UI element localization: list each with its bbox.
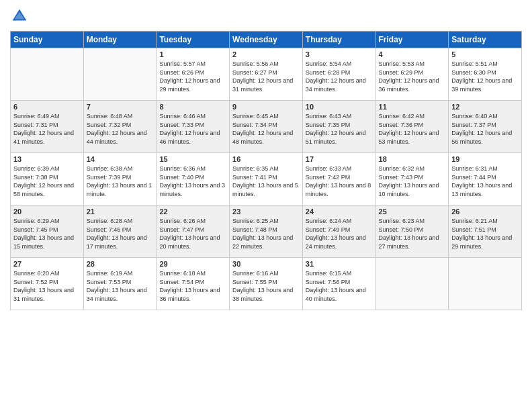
calendar-cell: 30Sunrise: 6:16 AM Sunset: 7:55 PM Dayli… bbox=[230, 258, 303, 310]
day-info: Sunrise: 6:31 AM Sunset: 7:44 PM Dayligh… bbox=[451, 165, 519, 198]
calendar-cell: 6Sunrise: 6:49 AM Sunset: 7:31 PM Daylig… bbox=[11, 101, 84, 153]
day-info: Sunrise: 6:38 AM Sunset: 7:39 PM Dayligh… bbox=[87, 165, 154, 198]
day-number: 1 bbox=[159, 50, 226, 58]
calendar-cell: 18Sunrise: 6:32 AM Sunset: 7:43 PM Dayli… bbox=[375, 153, 449, 205]
day-info: Sunrise: 6:48 AM Sunset: 7:32 PM Dayligh… bbox=[87, 112, 154, 146]
day-info: Sunrise: 5:54 AM Sunset: 6:28 PM Dayligh… bbox=[306, 60, 373, 93]
calendar-cell: 21Sunrise: 6:28 AM Sunset: 7:46 PM Dayli… bbox=[83, 205, 157, 258]
day-number: 12 bbox=[451, 103, 519, 111]
day-number: 22 bbox=[159, 208, 226, 216]
day-number: 24 bbox=[306, 208, 373, 216]
calendar-cell: 31Sunrise: 6:15 AM Sunset: 7:56 PM Dayli… bbox=[302, 258, 375, 310]
day-number: 7 bbox=[87, 103, 154, 111]
calendar-cell: 2Sunrise: 5:56 AM Sunset: 6:27 PM Daylig… bbox=[230, 48, 303, 101]
calendar-cell: 4Sunrise: 5:53 AM Sunset: 6:29 PM Daylig… bbox=[375, 48, 449, 101]
day-info: Sunrise: 6:42 AM Sunset: 7:36 PM Dayligh… bbox=[379, 112, 446, 146]
calendar-cell: 20Sunrise: 6:29 AM Sunset: 7:45 PM Dayli… bbox=[11, 205, 84, 258]
calendar-week-row: 1Sunrise: 5:57 AM Sunset: 6:26 PM Daylig… bbox=[11, 48, 522, 101]
day-info: Sunrise: 6:46 AM Sunset: 7:33 PM Dayligh… bbox=[159, 112, 226, 146]
calendar-cell: 29Sunrise: 6:18 AM Sunset: 7:54 PM Dayli… bbox=[157, 258, 230, 310]
day-number: 6 bbox=[13, 103, 81, 111]
day-info: Sunrise: 6:28 AM Sunset: 7:46 PM Dayligh… bbox=[87, 217, 154, 250]
day-number: 14 bbox=[87, 155, 154, 163]
calendar-cell: 13Sunrise: 6:39 AM Sunset: 7:38 PM Dayli… bbox=[11, 153, 84, 205]
calendar-cell: 7Sunrise: 6:48 AM Sunset: 7:32 PM Daylig… bbox=[83, 101, 157, 153]
day-number: 10 bbox=[306, 103, 373, 111]
calendar-cell: 26Sunrise: 6:21 AM Sunset: 7:51 PM Dayli… bbox=[449, 205, 522, 258]
weekday-header: Thursday bbox=[302, 32, 375, 48]
day-info: Sunrise: 6:24 AM Sunset: 7:49 PM Dayligh… bbox=[306, 217, 373, 250]
day-info: Sunrise: 6:20 AM Sunset: 7:52 PM Dayligh… bbox=[13, 269, 81, 303]
day-number: 17 bbox=[306, 155, 373, 163]
day-info: Sunrise: 6:35 AM Sunset: 7:41 PM Dayligh… bbox=[232, 165, 300, 198]
day-number: 5 bbox=[451, 50, 519, 58]
day-number: 26 bbox=[451, 208, 519, 216]
header bbox=[10, 7, 522, 26]
day-number: 25 bbox=[379, 208, 446, 216]
calendar-cell: 5Sunrise: 5:51 AM Sunset: 6:30 PM Daylig… bbox=[449, 48, 522, 101]
day-number: 23 bbox=[232, 208, 300, 216]
calendar-cell: 23Sunrise: 6:25 AM Sunset: 7:48 PM Dayli… bbox=[230, 205, 303, 258]
page: SundayMondayTuesdayWednesdayThursdayFrid… bbox=[0, 0, 532, 411]
calendar-cell: 1Sunrise: 5:57 AM Sunset: 6:26 PM Daylig… bbox=[157, 48, 230, 101]
day-number: 15 bbox=[159, 155, 226, 163]
calendar-cell: 17Sunrise: 6:33 AM Sunset: 7:42 PM Dayli… bbox=[302, 153, 375, 205]
day-info: Sunrise: 6:33 AM Sunset: 7:42 PM Dayligh… bbox=[306, 165, 373, 198]
calendar-cell: 10Sunrise: 6:43 AM Sunset: 7:35 PM Dayli… bbox=[302, 101, 375, 153]
day-number: 13 bbox=[13, 155, 81, 163]
day-info: Sunrise: 6:19 AM Sunset: 7:53 PM Dayligh… bbox=[87, 269, 154, 303]
day-info: Sunrise: 6:40 AM Sunset: 7:37 PM Dayligh… bbox=[451, 112, 519, 146]
day-number: 28 bbox=[87, 260, 154, 268]
day-number: 8 bbox=[159, 103, 226, 111]
weekday-header: Wednesday bbox=[230, 32, 303, 48]
calendar-cell bbox=[83, 48, 157, 101]
calendar-cell: 15Sunrise: 6:36 AM Sunset: 7:40 PM Dayli… bbox=[157, 153, 230, 205]
logo bbox=[10, 7, 32, 26]
calendar-cell bbox=[449, 258, 522, 310]
calendar-cell: 3Sunrise: 5:54 AM Sunset: 6:28 PM Daylig… bbox=[302, 48, 375, 101]
day-info: Sunrise: 6:26 AM Sunset: 7:47 PM Dayligh… bbox=[159, 217, 226, 250]
day-info: Sunrise: 6:25 AM Sunset: 7:48 PM Dayligh… bbox=[232, 217, 300, 250]
day-info: Sunrise: 5:57 AM Sunset: 6:26 PM Dayligh… bbox=[159, 60, 226, 93]
day-info: Sunrise: 6:21 AM Sunset: 7:51 PM Dayligh… bbox=[451, 217, 519, 250]
day-number: 4 bbox=[379, 50, 446, 58]
day-number: 18 bbox=[379, 155, 446, 163]
calendar-week-row: 20Sunrise: 6:29 AM Sunset: 7:45 PM Dayli… bbox=[11, 205, 522, 258]
day-info: Sunrise: 6:15 AM Sunset: 7:56 PM Dayligh… bbox=[306, 269, 373, 303]
day-number: 11 bbox=[379, 103, 446, 111]
day-number: 21 bbox=[87, 208, 154, 216]
day-info: Sunrise: 6:18 AM Sunset: 7:54 PM Dayligh… bbox=[159, 269, 226, 303]
calendar-cell: 12Sunrise: 6:40 AM Sunset: 7:37 PM Dayli… bbox=[449, 101, 522, 153]
calendar-cell: 27Sunrise: 6:20 AM Sunset: 7:52 PM Dayli… bbox=[11, 258, 84, 310]
day-number: 27 bbox=[13, 260, 81, 268]
calendar-cell: 22Sunrise: 6:26 AM Sunset: 7:47 PM Dayli… bbox=[157, 205, 230, 258]
weekday-header: Sunday bbox=[11, 32, 84, 48]
calendar-cell: 24Sunrise: 6:24 AM Sunset: 7:49 PM Dayli… bbox=[302, 205, 375, 258]
day-info: Sunrise: 6:49 AM Sunset: 7:31 PM Dayligh… bbox=[13, 112, 81, 146]
calendar-week-row: 27Sunrise: 6:20 AM Sunset: 7:52 PM Dayli… bbox=[11, 258, 522, 310]
day-info: Sunrise: 6:29 AM Sunset: 7:45 PM Dayligh… bbox=[13, 217, 81, 250]
day-info: Sunrise: 5:56 AM Sunset: 6:27 PM Dayligh… bbox=[232, 60, 300, 93]
day-number: 29 bbox=[159, 260, 226, 268]
day-number: 16 bbox=[232, 155, 300, 163]
calendar-cell bbox=[375, 258, 449, 310]
calendar-cell: 28Sunrise: 6:19 AM Sunset: 7:53 PM Dayli… bbox=[83, 258, 157, 310]
day-number: 31 bbox=[306, 260, 373, 268]
calendar-week-row: 13Sunrise: 6:39 AM Sunset: 7:38 PM Dayli… bbox=[11, 153, 522, 205]
day-info: Sunrise: 6:43 AM Sunset: 7:35 PM Dayligh… bbox=[306, 112, 373, 146]
weekday-header: Tuesday bbox=[157, 32, 230, 48]
weekday-header: Saturday bbox=[449, 32, 522, 48]
day-info: Sunrise: 6:36 AM Sunset: 7:40 PM Dayligh… bbox=[159, 165, 226, 198]
calendar-cell: 19Sunrise: 6:31 AM Sunset: 7:44 PM Dayli… bbox=[449, 153, 522, 205]
day-number: 20 bbox=[13, 208, 81, 216]
day-info: Sunrise: 6:45 AM Sunset: 7:34 PM Dayligh… bbox=[232, 112, 300, 146]
calendar-week-row: 6Sunrise: 6:49 AM Sunset: 7:31 PM Daylig… bbox=[11, 101, 522, 153]
calendar-cell: 16Sunrise: 6:35 AM Sunset: 7:41 PM Dayli… bbox=[230, 153, 303, 205]
day-info: Sunrise: 6:16 AM Sunset: 7:55 PM Dayligh… bbox=[232, 269, 300, 303]
logo-icon bbox=[10, 7, 29, 26]
day-number: 19 bbox=[451, 155, 519, 163]
day-number: 30 bbox=[232, 260, 300, 268]
weekday-header: Friday bbox=[375, 32, 449, 48]
calendar-cell: 9Sunrise: 6:45 AM Sunset: 7:34 PM Daylig… bbox=[230, 101, 303, 153]
calendar-cell bbox=[11, 48, 84, 101]
